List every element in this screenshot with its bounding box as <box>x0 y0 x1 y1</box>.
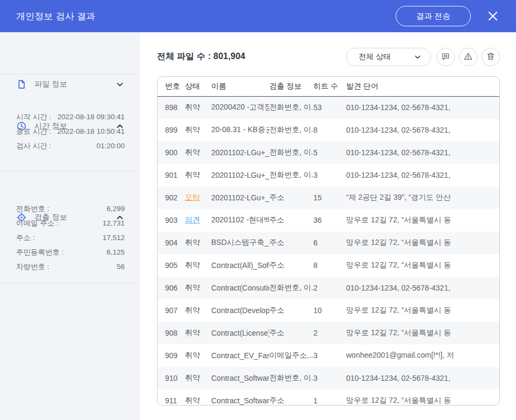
cell-hits: 10 <box>313 299 346 322</box>
status-badge[interactable]: 취약 <box>185 283 200 292</box>
cell-number: 911 <box>157 389 185 405</box>
column-header-detected: 검출 정보 <box>269 77 313 96</box>
cell-hits: 2 <box>313 277 346 299</box>
time-info-value: 01:20:00 <box>96 142 125 150</box>
status-badge[interactable]: 취약 <box>185 103 200 111</box>
status-badge[interactable]: 취약 <box>185 373 200 382</box>
status-badge[interactable]: 취약 <box>185 260 200 269</box>
cell-hits: 8 <box>313 254 346 277</box>
cell-name: Contract_Software... <box>211 389 269 405</box>
time-info-rows: 시작 시간 : 2022-08-18 09:30:41 종료 시간 : 2022… <box>0 110 140 153</box>
cell-name: Contract(Consutin... <box>211 277 269 299</box>
time-info-value: 2022-08-18 10:50:41 <box>58 127 125 135</box>
status-badge[interactable]: 취약 <box>185 170 200 179</box>
status-badge[interactable]: 취약 <box>185 238 200 247</box>
cell-detected: 주소 <box>269 186 313 209</box>
status-badge[interactable]: 취약 <box>185 125 200 134</box>
cell-hits: 3 <box>313 164 346 186</box>
table-row[interactable]: 904 취약 BSD시스템구축_계... 주소 6 망우로 12길 72, “서… <box>157 231 499 254</box>
cell-hits: 6 <box>313 231 346 254</box>
table-row[interactable]: 907 취약 Contract(Develop... 주소 10 망우로 12길… <box>157 299 499 322</box>
results-table: 번호 상태 이름 검출 정보 히트 수 발견 단어 898 취약 2020042… <box>157 76 500 405</box>
cell-number: 903 <box>157 209 185 231</box>
table-header: 번호 상태 이름 검출 정보 히트 수 발견 단어 <box>157 77 499 96</box>
time-info-row: 시작 시간 : 2022-08-18 09:30:41 <box>0 110 140 124</box>
table-row[interactable]: 906 취약 Contract(Consutin... 전화번호, 이... 2… <box>157 277 499 299</box>
time-info-label: 종료 시간 : <box>16 127 51 136</box>
send-results-label: 결과 전송 <box>416 11 450 21</box>
detect-info-row: 이메일 주소 : 12,731 <box>0 216 140 230</box>
cell-detected: 전화번호, 이... <box>269 141 313 164</box>
cell-number: 898 <box>157 96 185 119</box>
status-badge[interactable]: 취약 <box>185 306 200 314</box>
table-row[interactable]: 902 오탐 20201102-LGu+_Q... 주소 15 “제 2공단 2… <box>157 186 499 209</box>
cell-name: Contract_Software... <box>211 367 269 389</box>
cell-hits: 15 <box>313 186 346 209</box>
table-row[interactable]: 901 취약 20201102-LGu+_Q... 전화번호, 이... 3 0… <box>157 164 499 186</box>
status-badge[interactable]: 취약 <box>185 351 200 359</box>
detect-info-row: 차량번호 : 56 <box>0 259 140 274</box>
cell-hits: 1 <box>313 389 346 405</box>
cell-hits: 5 <box>313 141 346 164</box>
cell-detected: 전화번호, 이... <box>269 96 313 119</box>
time-info-value: 2022-08-18 09:30:41 <box>58 113 125 121</box>
status-badge[interactable]: 취약 <box>185 328 200 337</box>
cell-hits: 8 <box>313 119 346 141</box>
status-filter-dropdown[interactable]: 전체 상태 <box>346 48 431 66</box>
table-row[interactable]: 899 취약 20-08.31 - KB증권... 전화번호, 이... 8 0… <box>157 119 499 141</box>
cell-found-words: 010-1234-1234, 02-5678-4321, <box>346 96 499 119</box>
cell-name: Contract(Develop... <box>211 299 269 322</box>
time-info-row: 검사 시간 : 01:20:00 <box>0 139 140 153</box>
cell-found-words: 망우로 12길 72, “서울특별시 동 <box>346 209 499 231</box>
cell-name: Contract(License)_... <box>211 322 269 344</box>
cell-found-words: 망우로 12길 72, “서울특별시 동 <box>346 322 499 344</box>
chevron-down-icon <box>115 79 125 89</box>
close-button[interactable] <box>487 10 499 22</box>
comment-icon <box>441 52 450 63</box>
detect-info-label: 이메일 주소 : <box>16 219 59 228</box>
detect-info-value: 17,512 <box>103 234 125 242</box>
cell-name: 20-08.31 - KB증권... <box>211 119 269 141</box>
cell-found-words: 010-1234-1234, 02-5678-4321, <box>346 119 499 141</box>
table-row[interactable]: 900 취약 20201102-LGu+_Q... 전화번호, 이... 5 0… <box>157 141 499 164</box>
status-badge[interactable]: 의견 <box>185 215 200 224</box>
column-header-status: 상태 <box>185 77 211 96</box>
table-row[interactable]: 910 취약 Contract_Software... 전화번호, 이... 3… <box>157 367 499 389</box>
status-badge[interactable]: 취약 <box>185 148 200 156</box>
comment-button[interactable] <box>436 48 455 66</box>
cell-detected: 주소 <box>269 209 313 231</box>
cell-number: 909 <box>157 344 185 367</box>
cell-number: 902 <box>157 186 185 209</box>
cell-detected: 전화번호, 이... <box>269 119 313 141</box>
warning-icon <box>463 52 473 63</box>
detect-info-row: 주민등록번호 : 6,125 <box>0 245 140 259</box>
detect-info-value: 56 <box>117 263 125 271</box>
cell-found-words: 010-1234-1234, 02-5678-4321, <box>346 141 499 164</box>
table-row[interactable]: 908 취약 Contract(License)_... 주소 2 망우로 12… <box>157 322 499 344</box>
cell-detected: 주소 <box>269 254 313 277</box>
page-title: 개인정보 검사 결과 <box>16 10 95 23</box>
close-icon <box>487 16 499 24</box>
status-badge[interactable]: 오탐 <box>185 193 200 201</box>
status-badge[interactable]: 취약 <box>185 396 200 404</box>
table-row[interactable]: 898 취약 20200420 -고객정... 전화번호, 이... 53 01… <box>157 96 499 119</box>
trash-button[interactable] <box>482 48 500 66</box>
time-info-label: 검사 시간 : <box>16 141 51 151</box>
cell-number: 900 <box>157 141 185 164</box>
cell-detected: 주소 <box>269 322 313 344</box>
cell-hits: 2 <box>313 322 346 344</box>
warning-button[interactable] <box>459 48 477 66</box>
time-info-row: 종료 시간 : 2022-08-18 10:50:41 <box>0 124 140 139</box>
table-row[interactable]: 911 취약 Contract_Software... 주소 1 망우로 12길… <box>157 389 499 405</box>
cell-name: Contract_EV_Faso... <box>211 344 269 367</box>
cell-name: 20201102-LGu+_Q... <box>211 164 269 186</box>
sidebar-section-file-info[interactable]: 파일 정보 <box>0 73 140 96</box>
table-row[interactable]: 905 취약 Contract(All)_Soft... 주소 8 망우로 12… <box>157 254 499 277</box>
send-results-button[interactable]: 결과 전송 <box>396 6 471 26</box>
cell-detected: 주소 <box>269 231 313 254</box>
table-row[interactable]: 909 취약 Contract_EV_Faso... 이메일주소,... 3 w… <box>157 344 499 367</box>
cell-found-words: wonhee2001@gmail.com[!*!], 저 <box>346 344 499 367</box>
detect-info-value: 6,299 <box>106 205 125 213</box>
detect-info-value: 12,731 <box>103 219 125 227</box>
table-row[interactable]: 903 의견 20201102 -현대백... 주소 36 망우로 12길 72… <box>157 209 499 231</box>
